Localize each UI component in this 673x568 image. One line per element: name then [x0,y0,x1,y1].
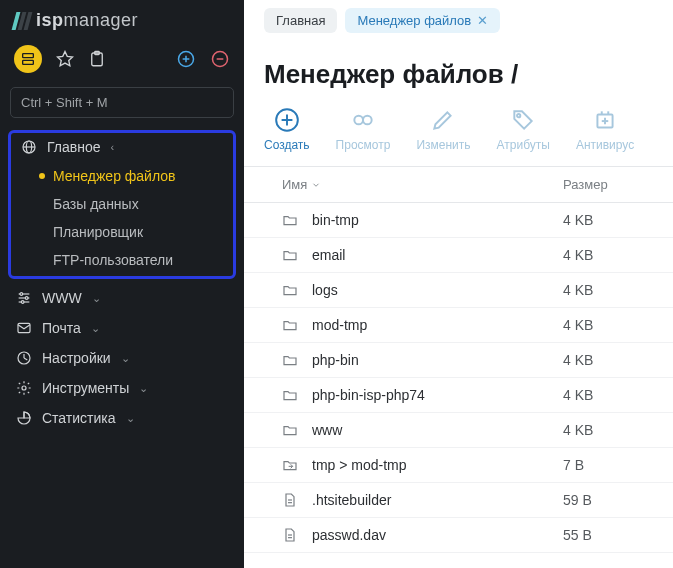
column-name[interactable]: Имя [264,177,563,192]
table-row[interactable]: logs4 KB [244,273,673,308]
folder-icon [282,247,302,263]
nav-group[interactable]: Статистика⌄ [6,403,238,433]
table-row[interactable]: php-bin4 KB [244,343,673,378]
search-shortcut[interactable]: Ctrl + Shift + M [10,87,234,118]
column-size[interactable]: Размер [563,177,653,192]
minus-icon[interactable] [210,49,230,69]
toolbar-antivirus[interactable]: Антивирус [576,106,634,152]
nav-group[interactable]: Почта⌄ [6,313,238,343]
table-row[interactable]: bin-tmp4 KB [244,203,673,238]
chevron-down-icon [311,180,321,190]
logo-text: ispmanager [36,10,138,31]
file-name: tmp > mod-tmp [312,457,563,473]
view-icon [349,106,377,134]
nav-highlight: Главное ‹ Менеджер файловБазы данныхПлан… [8,130,236,279]
folder-icon [282,282,302,298]
file-name: email [312,247,563,263]
svg-point-28 [517,114,520,117]
nav-group-label: WWW [42,290,82,306]
sidebar-item[interactable]: FTP-пользователи [29,246,233,274]
nav-group-label: Главное [47,139,101,155]
folder-icon [282,422,302,438]
nav-group[interactable]: WWW⌄ [6,283,238,313]
sliders-icon [16,290,32,306]
file-size: 4 KB [563,352,653,368]
clipboard-icon[interactable] [88,50,106,68]
chevron-down-icon: ⌄ [121,352,130,365]
file-name: www [312,422,563,438]
chevron-left-icon: ‹ [111,141,115,153]
close-icon[interactable]: ✕ [477,13,488,28]
folder-icon [282,352,302,368]
table-row[interactable]: tmp > mod-tmp7 B [244,448,673,483]
sidebar-item[interactable]: Менеджер файлов [29,162,233,190]
active-dot-icon [39,173,45,179]
file-size: 4 KB [563,212,653,228]
file-rows: bin-tmp4 KBemail4 KBlogs4 KBmod-tmp4 KBp… [244,203,673,553]
edit-icon [429,106,457,134]
chevron-down-icon: ⌄ [139,382,148,395]
toolbar-edit[interactable]: Изменить [416,106,470,152]
toolbar: СоздатьПросмотрИзменитьАтрибутыАнтивирус [244,106,673,167]
file-icon [282,492,302,508]
plus-icon[interactable] [176,49,196,69]
folder-icon [282,317,302,333]
folder-icon [282,212,302,228]
page-title: Менеджер файлов / [244,41,673,106]
table-row[interactable]: www4 KB [244,413,673,448]
svg-marker-2 [58,52,73,66]
table-row[interactable]: .htsitebuilder59 B [244,483,673,518]
toolbar-attrs[interactable]: Атрибуты [497,106,550,152]
link-icon [282,457,302,473]
table-row[interactable]: php-bin-isp-php744 KB [244,378,673,413]
toolbar-label: Создать [264,138,310,152]
tabs: ГлавнаяМенеджер файлов✕ [244,0,673,41]
nav-group[interactable]: Инструменты⌄ [6,373,238,403]
tab[interactable]: Менеджер файлов✕ [345,8,500,33]
file-name: php-bin-isp-php74 [312,387,563,403]
file-size: 4 KB [563,422,653,438]
main: ГлавнаяМенеджер файлов✕ Менеджер файлов … [244,0,673,568]
sidebar-item[interactable]: Планировщик [29,218,233,246]
user-badge-icon[interactable] [14,45,42,73]
globe-icon [21,139,37,155]
nav-group-label: Инструменты [42,380,129,396]
nav: Главное ‹ Менеджер файловБазы данныхПлан… [0,130,244,433]
logo-bars-icon [14,12,30,30]
svg-point-21 [22,386,26,390]
table-row[interactable]: passwd.dav55 B [244,518,673,553]
svg-point-26 [363,116,372,125]
svg-rect-1 [23,60,34,64]
nav-group[interactable]: Настройки⌄ [6,343,238,373]
table-row[interactable]: mod-tmp4 KB [244,308,673,343]
file-name: passwd.dav [312,527,563,543]
file-size: 4 KB [563,317,653,333]
toolbar-label: Изменить [416,138,470,152]
file-name: php-bin [312,352,563,368]
pie-icon [16,410,32,426]
file-size: 55 B [563,527,653,543]
toolbar-label: Просмотр [336,138,391,152]
table-row[interactable]: email4 KB [244,238,673,273]
folder-icon [282,387,302,403]
toolbar-view[interactable]: Просмотр [336,106,391,152]
file-size: 4 KB [563,387,653,403]
table-header: Имя Размер [244,167,673,203]
dashboard-icon [16,350,32,366]
toolbar-create[interactable]: Создать [264,106,310,152]
tab[interactable]: Главная [264,8,337,33]
nav-group-main[interactable]: Главное ‹ [11,133,233,162]
svg-rect-0 [23,54,34,58]
gear-icon [16,380,32,396]
svg-point-17 [25,297,28,300]
nav-group-label: Статистика [42,410,116,426]
sidebar-item[interactable]: Базы данных [29,190,233,218]
file-name: logs [312,282,563,298]
file-name: bin-tmp [312,212,563,228]
chevron-down-icon: ⌄ [91,322,100,335]
nav-group-label: Почта [42,320,81,336]
svg-point-18 [21,301,24,304]
tab-label: Менеджер файлов [357,13,471,28]
star-icon[interactable] [56,50,74,68]
sidebar-item-label: FTP-пользователи [53,252,173,268]
